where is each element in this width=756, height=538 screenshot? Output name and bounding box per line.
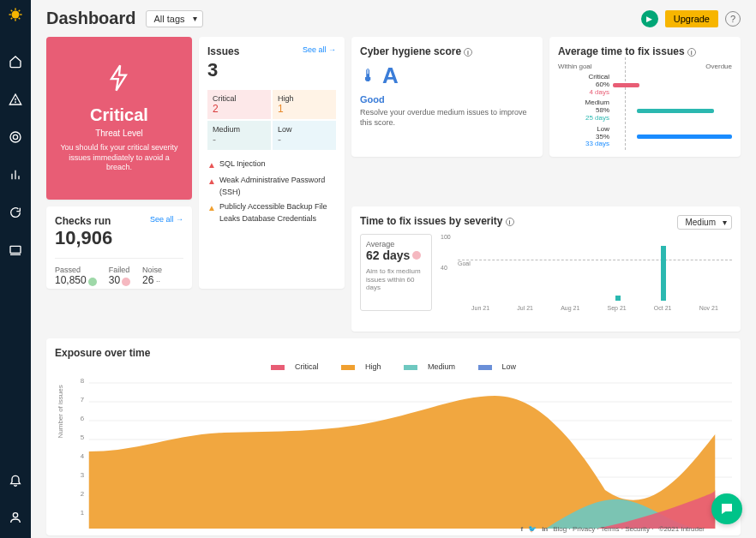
exposure-legend: Critical High Medium Low	[55, 362, 732, 371]
svg-text:7: 7	[81, 396, 85, 404]
footer-link[interactable]: Security	[625, 525, 650, 533]
nav-home-icon[interactable]	[7, 53, 24, 70]
avg-rows: Critical60%4 daysMedium58%25 daysLow35%3…	[558, 74, 732, 148]
severity-triangle-icon: ▲	[207, 158, 216, 171]
severity-triangle-icon: ▲	[207, 175, 216, 198]
main-content: Dashboard All tags ▶ Upgrade ? Critical …	[31, 0, 756, 538]
page-title: Dashboard	[46, 9, 135, 28]
ttf-severity-select[interactable]: Medium	[677, 215, 732, 230]
checks-card: Checks run See all → 10,906 Passed10,850…	[46, 206, 192, 289]
sev-high[interactable]: High1	[273, 90, 336, 119]
nav-target-icon[interactable]	[7, 129, 24, 146]
ttf-title: Time to fix issues by severity	[360, 215, 503, 227]
avg-time-card: Average time to fix issuesi Within goalO…	[549, 37, 741, 157]
nav-refresh-icon[interactable]	[7, 204, 24, 221]
svg-text:8: 8	[81, 377, 85, 385]
avg-time-row: Critical60%4 days	[558, 74, 732, 96]
hygiene-card: Cyber hygiene scorei 🌡 A Good Resolve yo…	[351, 37, 543, 157]
check-fail-icon	[122, 278, 130, 286]
ttf-month-label: Sep 21	[608, 305, 627, 311]
twitter-icon[interactable]: 🐦	[528, 525, 537, 533]
ttf-average-box: Average 62 days Aim to fix medium issues…	[360, 234, 432, 311]
bolt-icon	[106, 63, 132, 99]
sev-medium[interactable]: Medium-	[207, 121, 271, 150]
info-icon[interactable]: i	[506, 218, 514, 226]
issues-card: Issues See all → 3 Critical2 High1 Mediu…	[199, 37, 345, 289]
issue-item[interactable]: ▲SQL Injection	[207, 158, 336, 171]
check-pass-icon	[88, 278, 97, 286]
play-button[interactable]: ▶	[641, 10, 658, 27]
hygiene-desc: Resolve your overdue medium issues to im…	[360, 108, 534, 128]
info-icon[interactable]: i	[464, 48, 472, 57]
issues-see-all[interactable]: See all →	[303, 45, 336, 54]
severity-triangle-icon: ▲	[207, 201, 216, 224]
hygiene-grade: A	[382, 63, 399, 89]
info-icon[interactable]: i	[687, 48, 696, 57]
ttf-month-label: Jun 21	[471, 305, 489, 311]
exposure-card: Exposure over time Critical High Medium …	[46, 338, 741, 535]
svg-text:4: 4	[81, 452, 85, 460]
ttf-chart: Goal Jun 21Jul 21Aug 21Sep 21Oct 21Nov 2…	[441, 234, 732, 311]
exposure-title: Exposure over time	[55, 347, 732, 359]
svg-text:1: 1	[81, 509, 85, 517]
threat-desc: You should fix your critical severity is…	[57, 143, 182, 173]
avg-time-row: Medium58%25 days	[558, 99, 732, 122]
svg-point-2	[15, 102, 16, 103]
chat-bubble-button[interactable]	[711, 493, 742, 524]
ttf-month-label: Jul 21	[517, 305, 533, 311]
ttf-month-label: Nov 21	[699, 305, 718, 311]
ttf-month-label: Aug 21	[561, 305, 579, 311]
app-logo	[8, 7, 23, 26]
svg-rect-8	[10, 246, 21, 253]
sev-critical[interactable]: Critical2	[207, 90, 271, 119]
issue-item[interactable]: ▲Publicly Accessible Backup File Leaks D…	[207, 201, 336, 224]
sev-low[interactable]: Low-	[273, 121, 336, 150]
issue-list: ▲SQL Injection▲Weak Administrative Passw…	[207, 158, 336, 224]
upgrade-button[interactable]: Upgrade	[665, 10, 718, 27]
sidebar	[0, 0, 31, 538]
hygiene-title: Cyber hygiene score	[360, 45, 461, 57]
facebook-icon[interactable]: f	[520, 525, 523, 533]
issue-item[interactable]: ▲Weak Administrative Password (SSH)	[207, 175, 336, 198]
thermometer-icon: 🌡	[360, 66, 377, 86]
svg-point-10	[13, 513, 17, 517]
ttf-bar	[615, 296, 621, 301]
ttf-bar	[661, 246, 666, 301]
exposure-chart: Number of issues 87654321	[72, 374, 732, 529]
svg-text:5: 5	[81, 433, 85, 441]
nav-notifications-icon[interactable]	[7, 471, 24, 488]
nav-assets-icon[interactable]	[7, 242, 24, 259]
checks-total: 10,906	[55, 227, 183, 249]
nav-account-icon[interactable]	[7, 509, 24, 526]
svg-text:2: 2	[81, 490, 85, 498]
threat-subtitle: Threat Level	[95, 129, 143, 138]
threat-level-card: Critical Threat Level You should fix you…	[46, 37, 192, 200]
avg-title: Average time to fix issues	[558, 45, 685, 57]
linkedin-icon[interactable]: in	[542, 525, 548, 533]
footer: f 🐦 in Blog · Privacy · Terms · Security…	[520, 525, 705, 533]
tag-select[interactable]: All tags	[146, 10, 202, 27]
nav-alert-icon[interactable]	[7, 91, 24, 108]
footer-link[interactable]: Blog	[553, 525, 567, 533]
svg-text:6: 6	[81, 415, 85, 422]
avg-time-row: Low35%33 days	[558, 126, 732, 148]
issues-count: 3	[207, 59, 336, 81]
help-icon[interactable]: ?	[725, 11, 741, 27]
ttf-month-label: Oct 21	[654, 305, 672, 311]
checks-see-all[interactable]: See all →	[150, 215, 183, 224]
hygiene-status: Good	[360, 94, 534, 105]
status-dot-icon	[412, 251, 421, 260]
svg-text:3: 3	[81, 471, 85, 479]
svg-point-4	[13, 134, 17, 139]
footer-link[interactable]: Privacy	[573, 525, 595, 533]
threat-level: Critical	[90, 105, 148, 125]
svg-point-0	[12, 11, 20, 19]
svg-point-3	[10, 132, 21, 142]
nav-reports-icon[interactable]	[7, 166, 24, 183]
header: Dashboard All tags ▶ Upgrade ?	[46, 9, 741, 28]
footer-link[interactable]: Terms	[601, 525, 620, 533]
time-to-fix-card: Time to fix issues by severityi Medium A…	[351, 206, 741, 332]
